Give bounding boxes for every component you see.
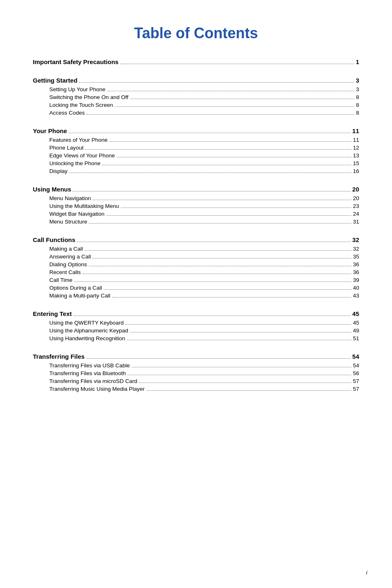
- toc-sub-dots: [69, 173, 351, 173]
- toc-sub-page: 8: [356, 110, 359, 116]
- toc-section-page: 32: [352, 236, 359, 243]
- toc-sub-page: 35: [353, 254, 359, 260]
- toc-section-header: Your Phone11: [33, 127, 359, 134]
- page-title: Table of Contents: [33, 25, 359, 42]
- toc-sub-page: 8: [356, 94, 359, 100]
- toc-sub-title: Dialing Options: [49, 261, 87, 267]
- toc-section-title: Entering Text: [33, 310, 72, 317]
- toc-sub-item: Locking the Touch Screen8: [33, 102, 359, 108]
- toc-sub-dots: [112, 297, 351, 297]
- toc-sub-title: Switching the Phone On and Off: [49, 94, 129, 100]
- toc-sub-page: 56: [353, 370, 359, 376]
- toc-sub-dots: [146, 390, 351, 391]
- toc-sub-item: Answering a Call35: [33, 254, 359, 260]
- toc-sub-dots: [121, 208, 351, 208]
- toc-sub-dots: [92, 258, 351, 258]
- toc-sub-title: Access Codes: [49, 110, 85, 116]
- toc-sub-dots: [83, 274, 351, 274]
- toc-sub-page: 57: [353, 378, 359, 384]
- toc-section-dots: [77, 242, 350, 242]
- toc-section-title: Getting Started: [33, 77, 77, 84]
- toc-sub-dots: [86, 114, 354, 115]
- toc-sub-item: Transferring Files via microSD Card57: [33, 378, 359, 384]
- toc-section-page: 54: [352, 353, 359, 360]
- toc-sub-title: Recent Calls: [49, 269, 81, 275]
- toc-section-page: 45: [352, 310, 359, 317]
- toc-sub-page: 57: [353, 386, 359, 392]
- toc-section-header: Important Safety Precautions1: [33, 58, 359, 65]
- toc-section-important-safety: Important Safety Precautions1: [33, 58, 359, 65]
- toc-sub-dots: [89, 223, 351, 224]
- toc-sub-title: Using Handwriting Recognition: [49, 335, 125, 341]
- toc-sub-title: Call Time: [49, 277, 72, 283]
- toc-sub-item: Using Handwriting Recognition51: [33, 335, 359, 341]
- toc-section-entering-text: Entering Text45Using the QWERTY Keyboard…: [33, 310, 359, 341]
- toc-sub-item: Unlocking the Phone15: [33, 160, 359, 166]
- toc-sub-page: 15: [353, 160, 359, 166]
- toc-sub-title: Options During a Call: [49, 285, 102, 291]
- toc-sub-page: 43: [353, 293, 359, 299]
- toc-sub-dots: [139, 383, 351, 383]
- toc-section-title: Important Safety Precautions: [33, 58, 118, 65]
- toc-sub-page: 54: [353, 362, 359, 369]
- toc-sub-page: 39: [353, 277, 359, 283]
- toc-sub-dots: [130, 99, 355, 99]
- toc-section-title: Your Phone: [33, 127, 67, 134]
- toc-sub-item: Setting Up Your Phone3: [33, 86, 359, 92]
- toc-section-page: 11: [352, 127, 359, 134]
- toc-sub-page: 49: [353, 327, 359, 334]
- toc-sub-page: 31: [353, 219, 359, 225]
- toc-sub-page: 23: [353, 203, 359, 209]
- toc-sub-item: Call Time39: [33, 277, 359, 283]
- toc-sub-dots: [117, 157, 351, 157]
- toc-section-dots: [86, 358, 350, 359]
- toc-sub-item: Menu Structure31: [33, 219, 359, 225]
- toc-sub-title: Setting Up Your Phone: [49, 86, 106, 92]
- toc-sub-item: Phone Layout12: [33, 145, 359, 151]
- toc-sub-item: Display16: [33, 168, 359, 174]
- toc-sub-dots: [102, 165, 351, 165]
- toc-section-using-menus: Using Menus20Menu Navigation20Using the …: [33, 186, 359, 225]
- toc-sub-item: Access Codes8: [33, 110, 359, 116]
- page-footer: i: [366, 570, 367, 576]
- toc-section-title: Call Functions: [33, 236, 75, 243]
- toc-sub-title: Using the QWERTY Keyboard: [49, 320, 124, 326]
- toc-sub-title: Locking the Touch Screen: [49, 102, 113, 108]
- toc-sub-item: Options During a Call40: [33, 285, 359, 291]
- toc-section-dots: [69, 133, 350, 133]
- toc-sub-title: Transferring Music Using Media Player: [49, 386, 145, 392]
- toc-sub-title: Making a Call: [49, 246, 83, 252]
- toc-sub-dots: [89, 266, 351, 266]
- toc-sub-title: Using the Alphanumeric Keypad: [49, 327, 128, 334]
- toc-sub-dots: [125, 324, 351, 325]
- toc-section-page: 3: [356, 77, 359, 84]
- toc-sub-page: 8: [356, 102, 359, 108]
- toc-section-header: Getting Started3: [33, 77, 359, 84]
- toc-sub-title: Using the Multitasking Menu: [49, 203, 119, 209]
- toc-sub-dots: [85, 149, 351, 150]
- toc-sub-page: 36: [353, 261, 359, 267]
- toc-sub-title: Unlocking the Phone: [49, 160, 101, 166]
- toc-section-dots: [73, 191, 350, 191]
- toc-sub-page: 32: [353, 246, 359, 252]
- toc-sub-title: Widget Bar Navigation: [49, 211, 104, 217]
- toc-sub-title: Transferring Files via Bluetooth: [49, 370, 126, 376]
- toc-sub-item: Edge Views of Your Phone13: [33, 152, 359, 159]
- toc-sub-title: Features of Your Phone: [49, 137, 108, 143]
- toc-sub-item: Using the QWERTY Keyboard45: [33, 320, 359, 326]
- toc-sub-page: 13: [353, 152, 359, 159]
- toc-section-header: Entering Text45: [33, 310, 359, 317]
- toc-sub-page: 51: [353, 335, 359, 341]
- toc-sub-page: 16: [353, 168, 359, 174]
- toc-sub-page: 40: [353, 285, 359, 291]
- toc-sub-page: 20: [353, 195, 359, 201]
- toc-sub-page: 12: [353, 145, 359, 151]
- toc-sub-dots: [109, 141, 351, 142]
- toc-section-dots: [74, 316, 351, 316]
- toc-section-page: 20: [352, 186, 359, 193]
- toc-sub-item: Dialing Options36: [33, 261, 359, 267]
- toc-sub-title: Phone Layout: [49, 145, 83, 151]
- toc-sub-item: Recent Calls36: [33, 269, 359, 275]
- toc-section-your-phone: Your Phone11Features of Your Phone11Phon…: [33, 127, 359, 174]
- toc-sub-item: Using the Multitasking Menu23: [33, 203, 359, 209]
